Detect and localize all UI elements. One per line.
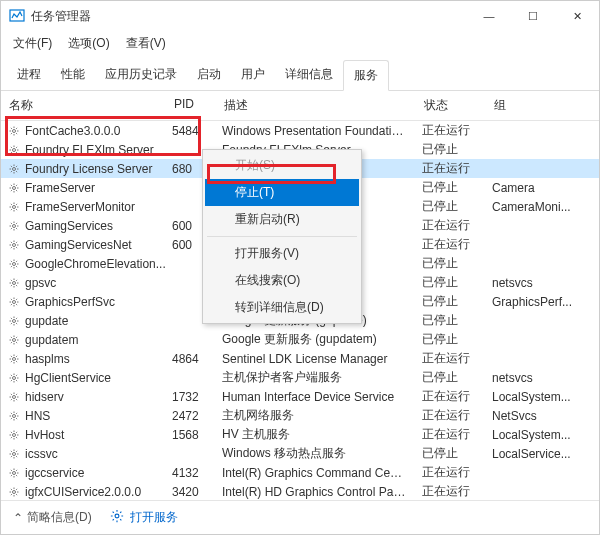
svg-point-14 [13, 376, 16, 379]
tab-2[interactable]: 应用历史记录 [95, 60, 187, 90]
svg-point-18 [13, 452, 16, 455]
maximize-button[interactable]: ☐ [511, 1, 555, 31]
gear-icon [7, 485, 21, 499]
gear-icon [7, 143, 21, 157]
gear-icon [7, 314, 21, 328]
svg-point-12 [13, 338, 16, 341]
header-desc[interactable]: 描述 [216, 91, 416, 120]
table-row[interactable]: igccservice4132Intel(R) Graphics Command… [1, 463, 599, 482]
minimize-button[interactable]: — [467, 1, 511, 31]
svg-point-19 [13, 471, 16, 474]
service-pid: 2472 [166, 407, 216, 425]
gear-icon [7, 390, 21, 404]
service-group [486, 338, 599, 342]
table-row[interactable]: hasplms4864Sentinel LDK License Manager正… [1, 349, 599, 368]
gear-icon [7, 257, 21, 271]
tab-5[interactable]: 详细信息 [275, 60, 343, 90]
service-group: LocalService... [486, 445, 599, 463]
header-status[interactable]: 状态 [416, 91, 486, 120]
service-name: FrameServerMonitor [25, 200, 135, 214]
cm-search-online[interactable]: 在线搜索(O) [205, 267, 359, 294]
service-name: gupdatem [25, 333, 78, 347]
service-name: GamingServicesNet [25, 238, 132, 252]
cm-open-services[interactable]: 打开服务(V) [205, 240, 359, 267]
cm-restart[interactable]: 重新启动(R) [205, 206, 359, 233]
table-row[interactable]: gupdatemGoogle 更新服务 (gupdatem)已停止 [1, 330, 599, 349]
table-row[interactable]: FontCache3.0.0.05484Windows Presentation… [1, 121, 599, 140]
service-desc: HV 主机服务 [216, 424, 416, 445]
header-group[interactable]: 组 [486, 91, 599, 120]
service-status: 正在运行 [416, 215, 486, 236]
service-status: 正在运行 [416, 481, 486, 502]
tab-1[interactable]: 性能 [51, 60, 95, 90]
tabs: 进程性能应用历史记录启动用户详细信息服务 [1, 60, 599, 91]
service-name: FontCache3.0.0.0 [25, 124, 120, 138]
service-desc: Intel(R) HD Graphics Control Pan... [216, 483, 416, 501]
table-row[interactable]: HgClientService主机保护者客户端服务已停止netsvcs [1, 368, 599, 387]
service-group: Camera [486, 179, 599, 197]
service-desc: Windows 移动热点服务 [216, 443, 416, 464]
service-pid [166, 452, 216, 456]
service-name: icssvc [25, 447, 58, 461]
service-status: 正在运行 [416, 424, 486, 445]
open-services-link[interactable]: 打开服务 [110, 509, 178, 526]
gear-icon [7, 219, 21, 233]
service-group: netsvcs [486, 274, 599, 292]
cm-stop[interactable]: 停止(T) [205, 179, 359, 206]
service-group: LocalSystem... [486, 388, 599, 406]
service-status: 已停止 [416, 196, 486, 217]
service-status: 已停止 [416, 367, 486, 388]
gear-icon [7, 409, 21, 423]
menu-view[interactable]: 查看(V) [120, 33, 172, 54]
window-controls: — ☐ ✕ [467, 1, 599, 31]
service-group [486, 262, 599, 266]
tab-6[interactable]: 服务 [343, 60, 389, 91]
tab-0[interactable]: 进程 [7, 60, 51, 90]
table-row[interactable]: HNS2472主机网络服务正在运行NetSvcs [1, 406, 599, 425]
column-headers: 名称 PID 描述 状态 组 [1, 91, 599, 121]
service-group: GraphicsPerf... [486, 293, 599, 311]
close-button[interactable]: ✕ [555, 1, 599, 31]
service-group [486, 148, 599, 152]
service-name: igfxCUIService2.0.0.0 [25, 485, 141, 499]
service-pid [166, 338, 216, 342]
service-pid: 5484 [166, 122, 216, 140]
service-status: 已停止 [416, 329, 486, 350]
gear-icon [7, 447, 21, 461]
service-group [486, 357, 599, 361]
service-pid: 1568 [166, 426, 216, 444]
svg-point-4 [13, 186, 16, 189]
menu-file[interactable]: 文件(F) [7, 33, 58, 54]
svg-point-15 [13, 395, 16, 398]
service-group [486, 167, 599, 171]
service-name: GoogleChromeElevation... [25, 257, 166, 271]
service-desc: Human Interface Device Service [216, 388, 416, 406]
table-row[interactable]: icssvcWindows 移动热点服务已停止LocalService... [1, 444, 599, 463]
service-name: hidserv [25, 390, 64, 404]
service-status: 正在运行 [416, 386, 486, 407]
service-status: 已停止 [416, 291, 486, 312]
tab-4[interactable]: 用户 [231, 60, 275, 90]
service-group [486, 243, 599, 247]
service-pid: 4132 [166, 464, 216, 482]
tab-3[interactable]: 启动 [187, 60, 231, 90]
header-pid[interactable]: PID [166, 91, 216, 120]
svg-point-6 [13, 224, 16, 227]
table-row[interactable]: hidserv1732Human Interface Device Servic… [1, 387, 599, 406]
table-row[interactable]: HvHost1568HV 主机服务正在运行LocalSystem... [1, 425, 599, 444]
menu-options[interactable]: 选项(O) [62, 33, 115, 54]
svg-point-10 [13, 300, 16, 303]
table-row[interactable]: igfxCUIService2.0.0.03420Intel(R) HD Gra… [1, 482, 599, 501]
service-name: HgClientService [25, 371, 111, 385]
cm-goto-details[interactable]: 转到详细信息(D) [205, 294, 359, 321]
service-name: igccservice [25, 466, 84, 480]
service-status: 正在运行 [416, 405, 486, 426]
service-status: 正在运行 [416, 234, 486, 255]
svg-point-17 [13, 433, 16, 436]
chevron-up-icon: ⌃ [13, 511, 23, 525]
brief-info-toggle[interactable]: ⌃ 简略信息(D) [13, 509, 92, 526]
service-pid: 3420 [166, 483, 216, 501]
app-icon [9, 8, 25, 24]
service-group: LocalSystem... [486, 426, 599, 444]
header-name[interactable]: 名称 [1, 91, 166, 120]
